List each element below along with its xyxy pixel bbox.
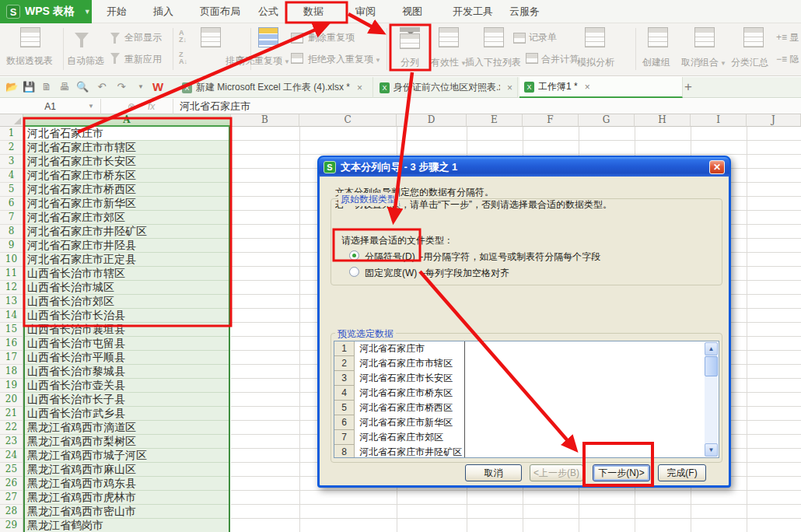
row-header-19[interactable]: 19 <box>0 379 23 393</box>
row-header-7[interactable]: 7 <box>0 211 23 225</box>
menu-item-1[interactable]: 开始 <box>103 0 130 23</box>
cell-A6[interactable]: 河北省石家庄市新华区 <box>24 197 230 211</box>
menu-item-6[interactable]: 审阅 <box>352 0 379 23</box>
cell-A26[interactable]: 黑龙江省鸡西市鸡东县 <box>24 477 230 491</box>
create-group-button[interactable]: 创建组 <box>642 56 670 69</box>
ungroup-button[interactable]: 取消组合▼ <box>681 56 726 69</box>
column-header-H[interactable]: H <box>635 114 691 127</box>
cell-A19[interactable]: 山西省长治市壶关县 <box>24 379 230 393</box>
column-header-C[interactable]: C <box>299 114 397 127</box>
data-validation-button[interactable]: 有效性▼ <box>431 56 467 69</box>
row-header-29[interactable]: 29 <box>0 519 23 532</box>
delimited-radio[interactable] <box>349 250 359 261</box>
cell-A27[interactable]: 黑龙江省鸡西市虎林市 <box>24 491 230 505</box>
cell-A11[interactable]: 山西省长治市市辖区 <box>24 267 230 281</box>
cell-A16[interactable]: 山西省长治市屯留县 <box>24 337 230 351</box>
row-header-20[interactable]: 20 <box>0 393 23 407</box>
cell-A2[interactable]: 河北省石家庄市市辖区 <box>24 141 230 155</box>
save-icon[interactable]: 💾 <box>22 80 36 94</box>
row-header-21[interactable]: 21 <box>0 407 23 421</box>
record-form-button[interactable]: 记录单 <box>529 31 557 44</box>
name-box[interactable]: A1 ▼ <box>0 99 101 114</box>
document-tab-2[interactable]: X身份证前六位地区对照表.xls *× <box>375 77 518 98</box>
cell-A15[interactable]: 山西省长治市襄垣县 <box>24 323 230 337</box>
fixed-width-radio[interactable] <box>349 267 359 277</box>
close-icon[interactable]: × <box>507 82 512 93</box>
cell-A5[interactable]: 河北省石家庄市桥西区 <box>24 183 230 197</box>
cell-A18[interactable]: 山西省长治市黎城县 <box>24 365 230 379</box>
column-header-D[interactable]: D <box>397 114 467 127</box>
document-tab-1[interactable]: X新建 Microsoft Excel 工作表 (4).xlsx *× <box>177 77 373 98</box>
fx-icon[interactable]: fx <box>148 99 155 114</box>
cell-A22[interactable]: 黑龙江省鸡西市滴道区 <box>24 421 230 435</box>
preview-row-5[interactable]: 5河北省石家庄市桥西区 <box>334 401 719 415</box>
new-tab-button[interactable]: + <box>684 79 692 95</box>
preview-row-2[interactable]: 2河北省石家庄市市辖区 <box>334 356 719 371</box>
row-header-16[interactable]: 16 <box>0 337 23 351</box>
back-button[interactable]: <上一步(B) <box>530 464 583 481</box>
select-all-corner[interactable] <box>0 114 23 127</box>
finish-button[interactable]: 完成(F) <box>658 464 706 481</box>
dialog-title-bar[interactable]: S 文本分列向导 - 3 步骤之 1 <box>319 157 729 177</box>
row-header-18[interactable]: 18 <box>0 365 23 379</box>
row-header-11[interactable]: 11 <box>0 267 23 281</box>
preview-row-8[interactable]: 8河北省石家庄市井陉矿区 <box>334 445 719 458</box>
cell-A29[interactable]: 黑龙江省鹤岗市 <box>24 519 230 532</box>
row-header-24[interactable]: 24 <box>0 449 23 463</box>
preview-row-4[interactable]: 4河北省石家庄市桥东区 <box>334 386 719 401</box>
cell-A3[interactable]: 河北省石家庄市长安区 <box>24 155 230 169</box>
row-header-1[interactable]: 1 <box>0 127 23 141</box>
split-columns-button[interactable]: 分列 <box>400 56 419 69</box>
preview-row-6[interactable]: 6河北省石家庄市新华区 <box>334 415 719 430</box>
row-header-8[interactable]: 8 <box>0 225 23 239</box>
scroll-down-icon[interactable]: ▼ <box>705 443 718 457</box>
document-tab-3[interactable]: X工作簿1 *× <box>519 77 683 98</box>
row-header-15[interactable]: 15 <box>0 323 23 337</box>
what-if-analysis-button[interactable]: 模拟分析 <box>577 56 614 69</box>
preview-row-3[interactable]: 3河北省石家庄市长安区 <box>334 371 719 386</box>
row-header-25[interactable]: 25 <box>0 463 23 477</box>
column-header-A[interactable]: A <box>23 114 231 127</box>
next-button[interactable]: 下一步(N)> <box>593 464 650 481</box>
cell-A17[interactable]: 山西省长治市平顺县 <box>24 351 230 365</box>
close-icon[interactable]: × <box>357 82 362 93</box>
column-header-E[interactable]: E <box>467 114 523 127</box>
row-header-3[interactable]: 3 <box>0 155 23 169</box>
row-header-27[interactable]: 27 <box>0 491 23 505</box>
menu-item-2[interactable]: 插入 <box>150 0 177 23</box>
cell-A25[interactable]: 黑龙江省鸡西市麻山区 <box>24 463 230 477</box>
menu-item-3[interactable]: 页面布局 <box>197 0 243 23</box>
row-header-22[interactable]: 22 <box>0 421 23 435</box>
cell-A23[interactable]: 黑龙江省鸡西市梨树区 <box>24 435 230 449</box>
close-icon[interactable]: ✕ <box>709 160 725 174</box>
hide-detail-button[interactable]: −≡ 隐 <box>776 53 799 66</box>
row-header-17[interactable]: 17 <box>0 351 23 365</box>
menu-item-4[interactable]: 公式 <box>255 0 282 23</box>
row-header-14[interactable]: 14 <box>0 309 23 323</box>
subtotal-button[interactable]: 分类汇总 <box>731 56 768 69</box>
open-file-icon[interactable]: 📂 <box>5 80 19 94</box>
export-icon[interactable]: 🗎 <box>40 80 54 94</box>
preview-row-7[interactable]: 7河北省石家庄市郊区 <box>334 430 719 445</box>
fixed-width-radio-label[interactable]: 固定宽度(W) -每列字段加空格对齐 <box>365 267 509 280</box>
row-header-12[interactable]: 12 <box>0 281 23 295</box>
delimited-radio-label[interactable]: 分隔符号(D) -用分隔字符，如逗号或制表符分隔每个字段 <box>365 250 600 264</box>
wps-logo[interactable]: S WPS 表格 ▼ <box>0 0 92 23</box>
preview-list[interactable]: 1河北省石家庄市2河北省石家庄市市辖区3河北省石家庄市长安区4河北省石家庄市桥东… <box>334 341 719 458</box>
preview-row-1[interactable]: 1河北省石家庄市 <box>334 341 719 356</box>
show-detail-button[interactable]: +≡ 显 <box>776 31 799 44</box>
column-header-G[interactable]: G <box>579 114 635 127</box>
cell-A4[interactable]: 河北省石家庄市桥东区 <box>24 169 230 183</box>
auto-filter-button[interactable]: 自动筛选 <box>67 54 104 68</box>
row-header-28[interactable]: 28 <box>0 505 23 519</box>
sort-az-icon[interactable]: AZ↓ <box>179 30 187 44</box>
column-header-I[interactable]: I <box>691 114 747 127</box>
cell-A20[interactable]: 山西省长治市长子县 <box>24 393 230 407</box>
scrollbar-thumb[interactable] <box>705 356 718 376</box>
scroll-up-icon[interactable]: ▲ <box>705 342 718 355</box>
highlight-duplicates-button[interactable]: 高亮重复项▼ <box>236 54 290 68</box>
reject-duplicates-button[interactable]: 拒绝录入重复项▼ <box>308 53 381 66</box>
column-header-J[interactable]: J <box>747 114 801 127</box>
row-header-5[interactable]: 5 <box>0 183 23 197</box>
insert-dropdown-list-button[interactable]: 插入下拉列表 <box>465 56 521 69</box>
